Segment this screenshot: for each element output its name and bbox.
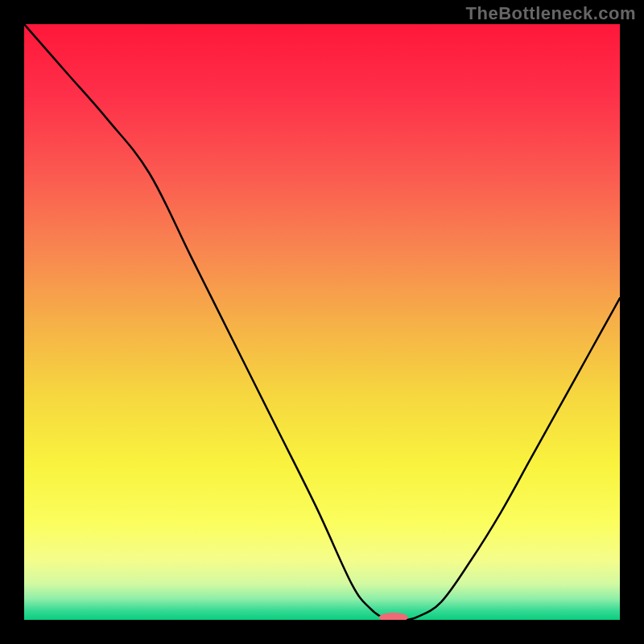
plot-area bbox=[24, 24, 620, 620]
gradient-background bbox=[24, 24, 620, 620]
watermark-text: TheBottleneck.com bbox=[466, 3, 636, 24]
chart-svg bbox=[24, 24, 620, 620]
chart-frame: TheBottleneck.com bbox=[0, 0, 644, 644]
